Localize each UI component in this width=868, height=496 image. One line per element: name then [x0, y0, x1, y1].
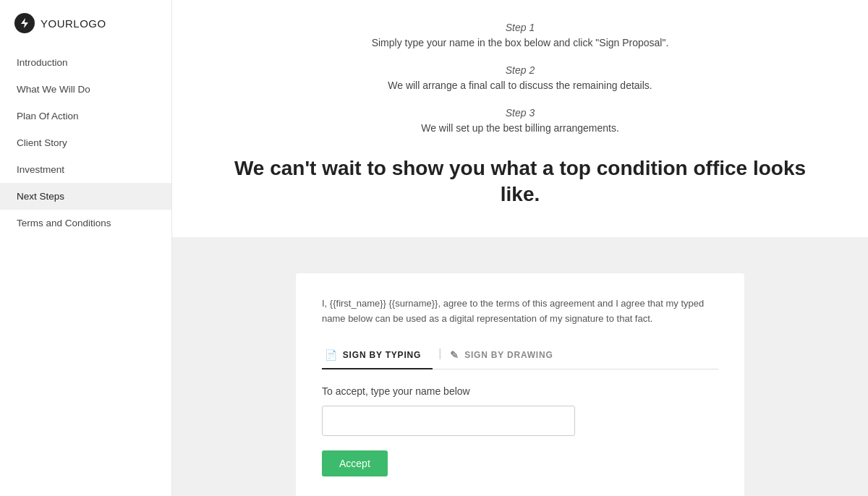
sidebar-item-what-we-will-do[interactable]: What We Will Do — [0, 76, 171, 103]
step-3-label: Step 3 — [216, 107, 825, 119]
logo-text: YOURLOGO — [41, 17, 106, 30]
tab-sign-by-typing[interactable]: 📄 SIGN BY TYPING — [322, 343, 433, 369]
sidebar-item-investment[interactable]: Investment — [0, 156, 171, 183]
tab-divider: | — [438, 347, 441, 366]
step-2-label: Step 2 — [216, 64, 825, 76]
tab-sign-by-drawing[interactable]: ✎ SIGN BY DRAWING — [447, 343, 564, 369]
nav-list: IntroductionWhat We Will DoPlan Of Actio… — [0, 49, 171, 236]
sidebar: YOURLOGO IntroductionWhat We Will DoPlan… — [0, 0, 172, 496]
typing-icon: 📄 — [325, 349, 338, 361]
main-content: Step 1 Simply type your name in the box … — [172, 0, 868, 496]
sidebar-item-plan-of-action[interactable]: Plan Of Action — [0, 103, 171, 129]
drawing-icon: ✎ — [450, 349, 459, 361]
step-3-block: Step 3 We will set up the best billing a… — [216, 107, 825, 134]
step-1-block: Step 1 Simply type your name in the box … — [216, 22, 825, 48]
lightning-bolt-icon — [14, 13, 35, 33]
sign-card: I, {{first_name}} {{surname}}, agree to … — [296, 273, 744, 496]
sidebar-item-next-steps[interactable]: Next Steps — [0, 183, 171, 210]
step-1-label: Step 1 — [216, 22, 825, 33]
step-1-desc: Simply type your name in the box below a… — [216, 37, 825, 48]
sidebar-item-terms-and-conditions[interactable]: Terms and Conditions — [0, 210, 171, 236]
sidebar-item-client-story[interactable]: Client Story — [0, 129, 171, 156]
sign-tabs: 📄 SIGN BY TYPING | ✎ SIGN BY DRAWING — [322, 343, 718, 369]
sidebar-item-introduction[interactable]: Introduction — [0, 49, 171, 76]
step-3-desc: We will set up the best billing arrangem… — [216, 122, 825, 134]
sign-section: I, {{first_name}} {{surname}}, agree to … — [172, 237, 868, 496]
tab-drawing-label: SIGN BY DRAWING — [464, 350, 553, 360]
step-2-block: Step 2 We will arrange a final call to d… — [216, 64, 825, 91]
logo: YOURLOGO — [0, 0, 171, 49]
step-2-desc: We will arrange a final call to discuss … — [216, 80, 825, 91]
agreement-text: I, {{first_name}} {{surname}}, agree to … — [322, 296, 718, 327]
svg-marker-0 — [21, 18, 28, 28]
tagline: We can't wait to show you what a top con… — [216, 155, 825, 208]
accept-button[interactable]: Accept — [322, 450, 388, 476]
name-input[interactable] — [322, 406, 575, 436]
tab-typing-label: SIGN BY TYPING — [343, 350, 421, 360]
type-label: To accept, type your name below — [322, 385, 718, 397]
steps-section: Step 1 Simply type your name in the box … — [172, 0, 868, 237]
